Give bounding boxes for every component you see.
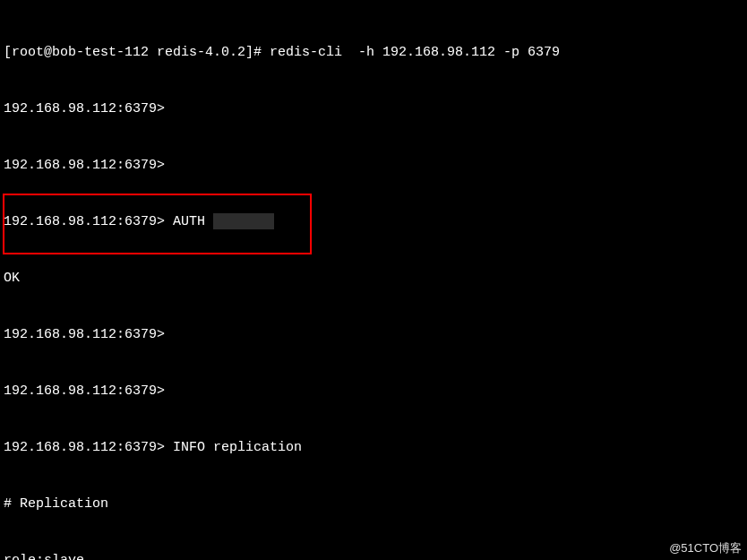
redacted-password	[213, 213, 274, 229]
redis-prompt: 192.168.98.112:6379>	[4, 382, 743, 401]
watermark: @51CTO博客	[669, 540, 742, 556]
replication-header: # Replication	[4, 495, 743, 513]
role-line: role:slave	[4, 551, 743, 560]
info-replication-cmd: 192.168.98.112:6379> INFO replication	[4, 438, 743, 457]
auth-ok: OK	[4, 269, 743, 288]
redis-prompt: 192.168.98.112:6379>	[4, 156, 743, 175]
redis-prompt: 192.168.98.112:6379>	[4, 325, 743, 344]
redis-auth-line: 192.168.98.112:6379> AUTH	[4, 212, 743, 231]
terminal-output[interactable]: [root@bob-test-112 redis-4.0.2]# redis-c…	[4, 5, 743, 560]
redis-prompt: 192.168.98.112:6379>	[4, 99, 743, 118]
shell-command-line: [root@bob-test-112 redis-4.0.2]# redis-c…	[4, 43, 743, 62]
